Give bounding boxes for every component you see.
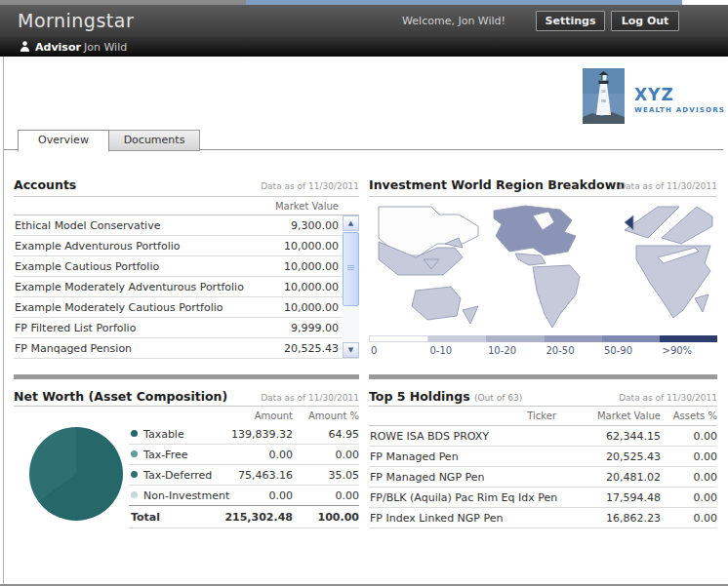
legend-segment	[428, 335, 486, 342]
section-divider-bar-right	[369, 374, 717, 379]
networth-divider	[14, 406, 359, 407]
legend-label: 0	[371, 345, 377, 356]
total-label: Total	[131, 511, 160, 524]
holdings-rows: ROWE ISA BDS PROXY62,344.150.00FP Manage…	[369, 425, 717, 528]
table-row: FP Managed Pen20,525.430.00	[369, 447, 717, 467]
holdings-title: Top 5 Holdings (Out of 63)	[369, 389, 522, 404]
asset-type-label: Tax-Deferred	[143, 469, 212, 482]
table-row: Non-Investment0.000.00	[129, 486, 359, 506]
holding-assets-pct: 0.00	[694, 471, 718, 484]
map-legend-labels: 00-1010-2020-5050-90>90%	[369, 345, 717, 357]
account-name: Example Adventurous Portfolio	[15, 240, 181, 253]
holding-name: FP Managed NGP Pen	[370, 471, 485, 484]
networth-table: Amount Amount % Taxable139,839.3264.95Ta…	[129, 410, 359, 528]
holding-name: FP Managed Pen	[370, 450, 459, 463]
account-name: Ethical Model Conservative	[15, 219, 160, 232]
legend-label: 50-90	[604, 345, 632, 356]
asset-amount-pct: 0.00	[336, 449, 360, 461]
account-market-value: 9,999.00	[291, 322, 339, 334]
holdings-header: Top 5 Holdings (Out of 63) Data as of 11…	[369, 388, 717, 404]
accounts-header: Accounts Data as of 11/30/2011	[14, 176, 359, 192]
scroll-up-button[interactable]: ▲	[343, 215, 359, 231]
table-row[interactable]: Example Adventurous Portfolio10,000.00	[14, 236, 359, 256]
accounts-list: Ethical Model Conservative9,300.00Exampl…	[14, 215, 359, 359]
table-row[interactable]: FP Filtered List Porfolio9,999.00	[14, 318, 359, 338]
table-row: Taxable139,839.3264.95	[129, 424, 359, 445]
holding-market-value: 16,862.23	[606, 512, 661, 525]
legend-segment	[660, 335, 717, 342]
asset-amount-pct: 64.95	[329, 428, 360, 441]
account-market-value: 20,525.43	[284, 342, 339, 355]
account-market-value: 9,300.00	[291, 219, 339, 232]
region-data-as-of: Data as of 11/30/2011	[619, 181, 717, 191]
table-row: FP/BLK (Aquila) Pac Rim Eq Idx Pen17,594…	[369, 488, 717, 508]
legend-label: 0-10	[430, 345, 453, 356]
account-name: FP Manqaged Pension	[15, 342, 132, 355]
table-row[interactable]: FP Manqaged Pension20,525.43	[14, 338, 359, 359]
holding-name: FP Index Linked NGP Pen	[370, 512, 503, 525]
region-title: Investment World Region Breakdown	[369, 177, 625, 192]
networth-rows: Taxable139,839.3264.95Tax-Free0.000.00Ta…	[129, 424, 359, 506]
asset-amount: 139,839.32	[231, 428, 293, 441]
map-legend-bar	[369, 335, 717, 342]
table-row: Tax-Free0.000.00	[129, 445, 359, 465]
series-bullet	[131, 491, 138, 498]
amount-pct-column-header: Amount %	[308, 410, 359, 421]
section-divider-bar-left	[14, 374, 359, 379]
networth-table-headers: Amount Amount %	[129, 410, 359, 424]
networth-title: Net Worth (Asset Composition)	[14, 389, 227, 404]
page-left-border	[3, 57, 4, 586]
table-row[interactable]: Example Moderately Cautious Portfolio10,…	[14, 297, 359, 318]
asset-type-label: Taxable	[143, 428, 184, 441]
asset-amount: 75,463.16	[238, 469, 293, 482]
total-pct: 100.00	[318, 511, 359, 524]
accounts-scrollbar[interactable]: ▲ ▼	[343, 215, 359, 358]
holdings-divider	[369, 406, 717, 407]
accounts-divider	[14, 196, 359, 197]
account-name: Example Cautious Portfolio	[15, 260, 159, 273]
world-map	[369, 201, 717, 332]
table-row: ROWE ISA BDS PROXY62,344.150.00	[369, 426, 717, 447]
holding-name: ROWE ISA BDS PROXY	[370, 430, 489, 443]
holding-assets-pct: 0.00	[694, 450, 718, 463]
holdings-table-headers: Ticker Market Value Assets %	[369, 410, 717, 424]
holding-market-value: 20,525.43	[606, 450, 661, 463]
scrollbar-thumb[interactable]	[343, 232, 359, 306]
table-row: FP Index Linked NGP Pen16,862.230.00	[369, 508, 717, 528]
legend-label: >90%	[663, 345, 693, 356]
region-panel: Investment World Region Breakdown Data a…	[369, 0, 717, 586]
market-value-column-header: Market Value	[597, 410, 661, 421]
holding-assets-pct: 0.00	[694, 512, 718, 525]
legend-label: 20-50	[546, 345, 575, 356]
table-row: Tax-Deferred75,463.1635.05	[129, 465, 359, 486]
region-header: Investment World Region Breakdown Data a…	[369, 176, 717, 192]
holding-name: FP/BLK (Aquila) Pac Rim Eq Idx Pen	[370, 491, 557, 504]
series-bullet	[131, 471, 138, 478]
holding-assets-pct: 0.00	[694, 491, 718, 504]
region-divider	[369, 196, 717, 197]
legend-segment	[602, 335, 660, 342]
table-row[interactable]: Ethical Model Conservative9,300.00	[14, 215, 359, 236]
holding-assets-pct: 0.00	[694, 430, 718, 443]
table-row[interactable]: Example Moderately Adventurous Portfolio…	[14, 277, 359, 297]
account-name: Example Moderately Adventurous Portfolio	[15, 281, 244, 293]
account-market-value: 10,000.00	[284, 281, 339, 293]
legend-label: 10-20	[488, 345, 516, 356]
series-bullet	[131, 430, 138, 437]
total-amount: 215,302.48	[224, 511, 293, 524]
networth-pie-chart	[29, 427, 123, 521]
asset-type-label: Non-Investment	[143, 489, 229, 502]
amount-column-header: Amount	[255, 410, 293, 421]
legend-segment	[545, 335, 602, 342]
holdings-subtitle: (Out of 63)	[474, 393, 522, 403]
account-market-value: 10,000.00	[284, 301, 339, 314]
series-bullet	[131, 450, 138, 457]
scroll-down-button[interactable]: ▼	[343, 342, 359, 358]
assets-pct-column-header: Assets %	[673, 410, 717, 421]
account-market-value: 10,000.00	[284, 240, 339, 253]
asset-amount-pct: 0.00	[336, 489, 360, 502]
accounts-title: Accounts	[14, 177, 76, 192]
table-row[interactable]: Example Cautious Portfolio10,000.00	[14, 256, 359, 277]
tab-overview[interactable]: Overview	[18, 130, 109, 152]
asset-amount: 0.00	[269, 489, 294, 502]
